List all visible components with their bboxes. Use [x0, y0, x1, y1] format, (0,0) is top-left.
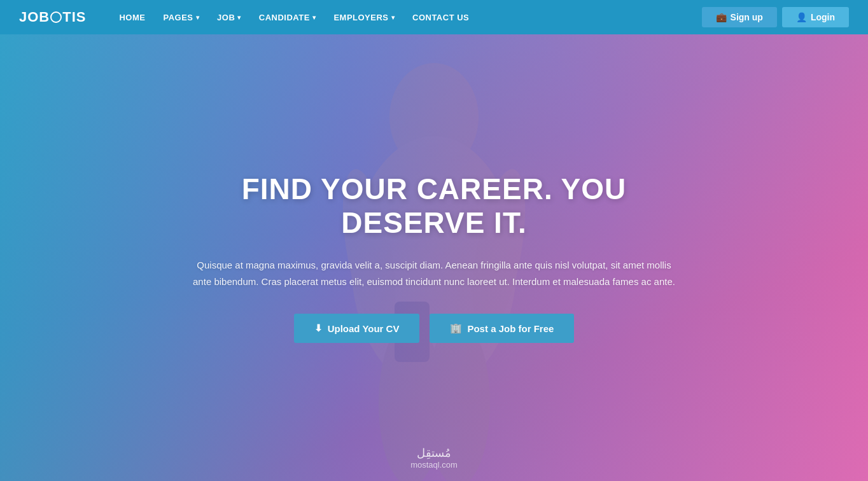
pages-chevron-icon: ▾	[196, 14, 200, 21]
nav-links: HOME PAGES ▾ JOB ▾ CANDIDATE ▾ EMPLOYERS…	[111, 0, 701, 34]
watermark-url: mostaql.com	[410, 460, 458, 470]
hero-cta-buttons: ⬇ Upload Your CV 🏢 Post a Job for Free	[173, 314, 695, 343]
upload-cv-button[interactable]: ⬇ Upload Your CV	[294, 314, 420, 343]
watermark-arabic: مُستقِل	[410, 446, 458, 460]
briefcase-icon: 💼	[716, 12, 727, 22]
hero-content: FIND YOUR CAREER. YOU DESERVE IT. Quisqu…	[148, 172, 720, 344]
login-button[interactable]: 👤 Login	[782, 7, 849, 27]
post-briefcase-icon: 🏢	[450, 323, 462, 334]
job-chevron-icon: ▾	[237, 14, 241, 21]
nav-job[interactable]: JOB ▾	[209, 0, 249, 34]
user-icon: 👤	[796, 12, 807, 22]
employers-chevron-icon: ▾	[391, 14, 395, 21]
post-job-button[interactable]: 🏢 Post a Job for Free	[430, 314, 574, 343]
hero-subtitle: Quisque at magna maximus, gravida velit …	[192, 257, 676, 289]
watermark: مُستقِل mostaql.com	[410, 446, 458, 470]
hero-title: FIND YOUR CAREER. YOU DESERVE IT.	[173, 172, 695, 240]
download-icon: ⬇	[314, 323, 323, 334]
nav-candidate[interactable]: CANDIDATE ▾	[251, 0, 324, 34]
brand-logo[interactable]: JOBTIS	[19, 9, 86, 25]
nav-contact[interactable]: CONTACT US	[405, 0, 477, 34]
navbar: JOBTIS HOME PAGES ▾ JOB ▾ CANDIDATE ▾ EM…	[0, 0, 868, 34]
nav-pages[interactable]: PAGES ▾	[155, 0, 207, 34]
nav-employers[interactable]: EMPLOYERS ▾	[326, 0, 402, 34]
nav-home[interactable]: HOME	[111, 0, 153, 34]
signup-button[interactable]: 💼 Sign up	[702, 7, 777, 27]
nav-auth-buttons: 💼 Sign up 👤 Login	[702, 7, 849, 27]
hero-section: FIND YOUR CAREER. YOU DESERVE IT. Quisqu…	[0, 34, 868, 481]
candidate-chevron-icon: ▾	[312, 14, 316, 21]
logo-text: JOBTIS	[19, 9, 86, 25]
